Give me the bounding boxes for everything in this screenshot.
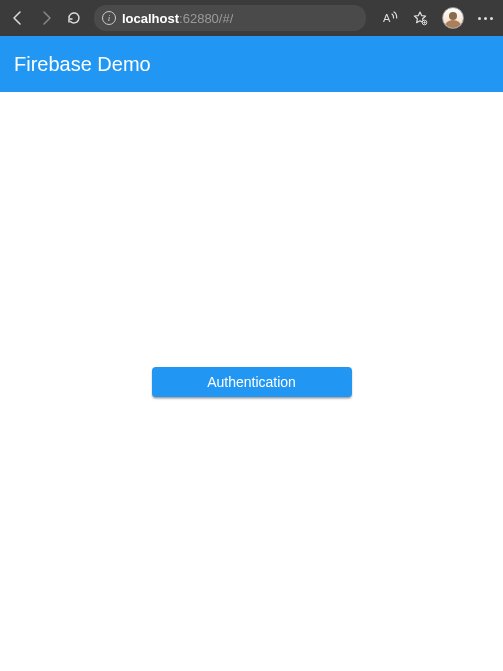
url-path: /#/ [219, 11, 233, 26]
url-port: :62880 [179, 11, 219, 26]
forward-icon[interactable] [38, 10, 54, 26]
url-text: localhost:62880/#/ [122, 11, 233, 26]
app-title: Firebase Demo [14, 53, 151, 76]
refresh-icon[interactable] [66, 10, 82, 26]
info-icon[interactable]: i [102, 11, 116, 25]
svg-text:A: A [383, 12, 391, 24]
app-bar: Firebase Demo [0, 36, 503, 92]
toolbar-right-cluster: A [382, 7, 493, 29]
read-aloud-icon[interactable]: A [382, 10, 398, 26]
profile-avatar[interactable] [442, 7, 464, 29]
address-bar[interactable]: i localhost:62880/#/ [94, 5, 366, 31]
authentication-button[interactable]: Authentication [152, 367, 352, 397]
browser-toolbar: i localhost:62880/#/ A [0, 0, 503, 36]
back-icon[interactable] [10, 10, 26, 26]
url-host: localhost [122, 11, 179, 26]
more-menu-icon[interactable] [478, 17, 493, 20]
main-content: Authentication [0, 92, 503, 671]
favorites-icon[interactable] [412, 10, 428, 26]
